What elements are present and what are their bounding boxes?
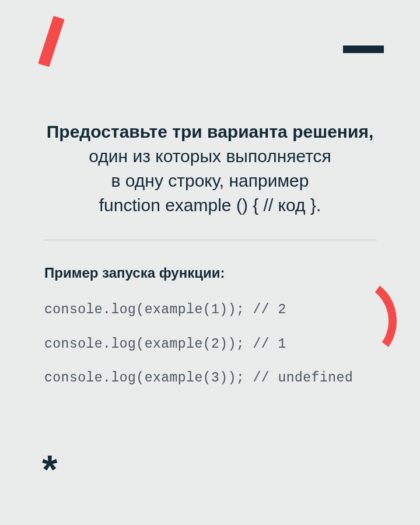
- content-area: Предоставьте три варианта решения, один …: [0, 120, 420, 402]
- heading-line-4: function example () { // код }.: [32, 193, 388, 218]
- code-line-2: console.log(example(2)); // 1: [44, 334, 376, 355]
- slash-decoration: [38, 16, 65, 67]
- heading-line-3: в одну строку, например: [32, 169, 388, 193]
- code-line-3: console.log(example(3)); // undefined: [44, 368, 376, 388]
- dash-decoration: [343, 46, 384, 53]
- code-line-1: console.log(example(1)); // 2: [44, 300, 376, 320]
- asterisk-decoration: *: [42, 449, 57, 489]
- example-section: Пример запуска функции: console.log(exam…: [32, 265, 388, 388]
- example-heading: Пример запуска функции:: [44, 265, 376, 281]
- main-heading: Предоставьте три варианта решения, один …: [32, 120, 388, 218]
- section-divider: [43, 240, 377, 240]
- heading-line-2: один из которых выполняется: [32, 144, 388, 169]
- heading-bold-line: Предоставьте три варианта решения,: [32, 120, 388, 144]
